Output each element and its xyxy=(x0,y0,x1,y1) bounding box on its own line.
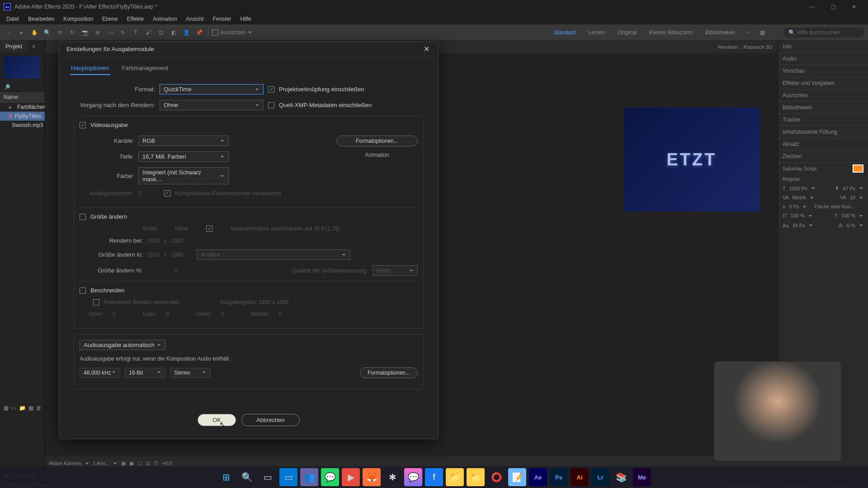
menu-effekte[interactable]: Effekte xyxy=(123,14,148,24)
character-panel[interactable]: Zeichen xyxy=(778,150,868,163)
composition-preview[interactable]: ETZT xyxy=(624,108,760,211)
font-name[interactable]: Saturday Script xyxy=(783,166,816,171)
pen-tool-icon[interactable]: ✎ xyxy=(118,27,128,38)
video-format-options-button[interactable]: Formatoptionen... xyxy=(336,136,418,146)
audio-rate-select[interactable]: 48,000 kHz⏷ xyxy=(80,368,120,378)
format-select[interactable]: QuickTime⏷ xyxy=(160,84,264,94)
taskbar-whatsapp[interactable]: 💬 xyxy=(321,468,339,486)
font-style[interactable]: Regular xyxy=(783,176,800,182)
menu-fenster[interactable]: Fenster xyxy=(208,14,236,24)
renderer-value[interactable]: Klassisch 3D xyxy=(743,44,772,50)
rotate-tool-icon[interactable]: ↻ xyxy=(67,27,78,38)
new-folder-icon[interactable]: 📁 xyxy=(19,405,26,411)
transparency-icon[interactable]: ⊡ xyxy=(146,460,150,466)
interpret-footage-icon[interactable]: ▦ xyxy=(4,405,9,411)
puppet-tool-icon[interactable]: 📌 xyxy=(193,27,204,38)
minimize-button[interactable]: — xyxy=(802,0,823,14)
taskbar-notepad[interactable]: 📝 xyxy=(508,468,526,486)
home-icon[interactable]: ⌂ xyxy=(4,27,14,38)
eraser-tool-icon[interactable]: ◧ xyxy=(168,27,179,38)
close-button[interactable]: ✕ xyxy=(844,0,864,14)
timecode-icon[interactable]: ⏱ xyxy=(153,460,158,466)
baseline[interactable]: 34 Px xyxy=(792,223,805,228)
workspace-standard[interactable]: Standard xyxy=(553,28,577,38)
content-aware-panel[interactable]: Inhaltsbasierte Füllung xyxy=(778,126,868,138)
dialog-close-button[interactable]: ✕ xyxy=(422,45,431,54)
camera-tool-icon[interactable]: 📷 xyxy=(80,27,90,38)
tab-hauptoptionen[interactable]: Hauptoptionen xyxy=(70,62,110,75)
taskbar-facebook[interactable]: f xyxy=(425,468,443,486)
kerning[interactable]: Metrik xyxy=(793,195,806,200)
brush-tool-icon[interactable]: 🖌 xyxy=(143,27,154,38)
channels-select[interactable]: RGB⏷ xyxy=(138,136,229,146)
post-render-select[interactable]: Ohne⏷ xyxy=(160,100,264,110)
menu-hilfe[interactable]: Hilfe xyxy=(236,14,255,24)
taskbar-ps[interactable]: Ps xyxy=(550,468,568,486)
taskbar-me[interactable]: Me xyxy=(633,468,651,486)
project-item-swoosh[interactable]: Swoosh.mp3 xyxy=(0,121,45,130)
selection-tool-icon[interactable]: ▸ xyxy=(16,27,27,38)
panel-menu-icon[interactable]: ≡ xyxy=(29,43,38,50)
taskbar-books[interactable]: 📚 xyxy=(612,468,630,486)
workspace-lernen[interactable]: Lernen xyxy=(587,28,606,38)
camera-dropdown[interactable]: Aktive Kamera xyxy=(49,460,81,466)
font-size[interactable]: 1000 Px xyxy=(789,186,807,191)
paragraph-panel[interactable]: Absatz xyxy=(778,138,868,150)
search-button[interactable]: 🔍 xyxy=(238,468,256,486)
depth-select[interactable]: 16,7 Mill. Farben⏷ xyxy=(138,151,229,162)
grid-icon[interactable]: ▦ xyxy=(121,460,126,466)
hscale[interactable]: 100 % xyxy=(841,213,855,218)
workspace-kleiner[interactable]: Kleiner Bildschirm xyxy=(648,28,693,38)
project-item-farbflachen[interactable]: ▸ Farbflächen xyxy=(0,103,45,112)
start-button[interactable]: ⊞ xyxy=(217,468,235,486)
audio-depth-select[interactable]: 16-Bit⏷ xyxy=(125,368,165,378)
info-panel[interactable]: Info xyxy=(778,41,868,53)
taskbar-explorer-2[interactable]: 📁 xyxy=(467,468,485,486)
menu-komposition[interactable]: Komposition xyxy=(59,14,98,24)
zoom-tool-icon[interactable]: 🔍 xyxy=(42,27,52,38)
workspace-bibliotheken[interactable]: Bibliotheken xyxy=(704,28,736,38)
menu-datei[interactable]: Datei xyxy=(2,14,24,24)
preview-panel[interactable]: Vorschau xyxy=(778,65,868,77)
new-comp-icon[interactable]: ▦ xyxy=(28,405,33,411)
libraries-panel[interactable]: Bibliotheken xyxy=(778,102,868,114)
tracking[interactable]: 10 xyxy=(850,195,855,200)
maximize-button[interactable]: ▢ xyxy=(823,0,844,14)
tsume[interactable]: 0 % xyxy=(847,223,855,228)
menu-animation[interactable]: Animation xyxy=(148,14,181,24)
delete-icon[interactable]: 🗑 xyxy=(36,405,42,411)
menu-ansicht[interactable]: Ansicht xyxy=(181,14,208,24)
project-search[interactable]: 🔎 xyxy=(0,82,45,92)
workspace-more-icon[interactable]: » xyxy=(746,30,749,35)
leading[interactable]: 47 Px xyxy=(843,186,855,191)
stroke-order[interactable]: Fläche über Kon... xyxy=(814,204,855,209)
audio-panel[interactable]: Audio xyxy=(778,53,868,65)
fill-color-swatch[interactable] xyxy=(853,164,863,173)
crop-checkbox[interactable] xyxy=(80,287,86,294)
orbit-tool-icon[interactable]: ⟲ xyxy=(54,27,65,38)
audio-format-options-button[interactable]: Formatoptionen... xyxy=(360,367,418,378)
taskbar-firefox[interactable]: 🦊 xyxy=(363,468,381,486)
exposure-value[interactable]: +0,0 xyxy=(162,460,172,466)
snap-toggle[interactable]: Ausrichten ⏷ xyxy=(212,29,252,36)
cancel-button[interactable]: Abbrechen xyxy=(241,414,300,426)
tracker-panel[interactable]: Tracker xyxy=(778,114,868,126)
effects-panel[interactable]: Effekte und Vorgaben xyxy=(778,77,868,89)
taskbar-obs[interactable]: ⭕ xyxy=(487,468,505,486)
align-panel[interactable]: Ausrichten xyxy=(778,89,868,102)
roto-tool-icon[interactable]: 👤 xyxy=(181,27,192,38)
color-select[interactable]: Integriert (mit Schwarz mask...⏷ xyxy=(138,167,229,184)
audio-output-select[interactable]: Audioausgabe automatisch⏷ xyxy=(80,340,165,350)
project-name-header[interactable]: Name xyxy=(0,92,45,103)
shape-tool-icon[interactable]: ▭ xyxy=(105,27,116,38)
project-tab[interactable]: Projekt xyxy=(0,41,28,52)
clone-tool-icon[interactable]: ⊡ xyxy=(156,27,166,38)
vscale[interactable]: 100 % xyxy=(791,213,805,218)
hand-tool-icon[interactable]: ✋ xyxy=(29,27,40,38)
taskbar-explorer[interactable]: 📁 xyxy=(446,468,464,486)
taskbar-messenger[interactable]: 💬 xyxy=(404,468,422,486)
resize-checkbox[interactable] xyxy=(80,214,86,220)
taskbar-app-red[interactable]: ▶ xyxy=(342,468,360,486)
taskbar-app-dark[interactable]: ✱ xyxy=(383,468,401,486)
taskbar-ae[interactable]: Ae xyxy=(529,468,547,486)
